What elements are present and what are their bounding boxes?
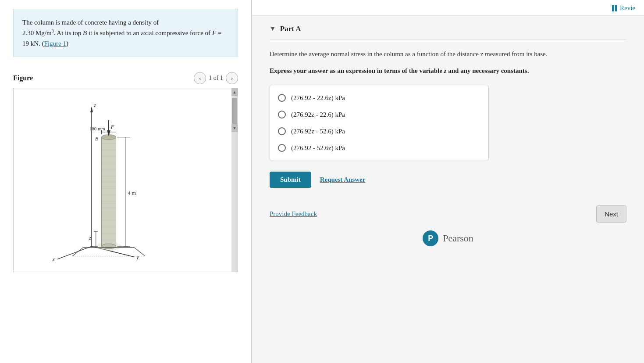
pearson-logo: P — [423, 230, 438, 246]
svg-rect-8 — [101, 137, 116, 247]
instruction-bold: Express your answer as an expression in … — [270, 67, 529, 74]
part-collapse-icon[interactable]: ▼ — [270, 25, 276, 32]
svg-text:y: y — [135, 254, 139, 260]
svg-text:4 m: 4 m — [128, 190, 135, 196]
svg-text:F: F — [110, 124, 114, 130]
svg-text:B: B — [95, 136, 98, 142]
svg-line-46 — [134, 248, 145, 256]
review-label: Revie — [620, 4, 635, 12]
choice-a[interactable]: (276.92 - 22.6z) kPa — [270, 90, 488, 106]
choice-d-label: (276.92 - 52.6z) kPa — [291, 144, 345, 152]
figure-section: Figure ‹ 1 of 1 › x y — [13, 72, 238, 272]
svg-text:x: x — [52, 256, 55, 262]
choice-a-label: (276.92 - 22.6z) kPa — [291, 94, 345, 102]
choice-c[interactable]: (276.92z - 52.6) kPa — [270, 123, 488, 140]
scrollbar-thumb[interactable] — [232, 98, 237, 124]
submit-button[interactable]: Submit — [270, 172, 311, 188]
figure-image-container: x y z — [13, 88, 238, 272]
part-title: Part A — [280, 25, 301, 33]
radio-d[interactable] — [278, 144, 286, 152]
figure-title: Figure — [13, 74, 33, 82]
content-area: ▼ Part A Determine the average normal st… — [252, 16, 644, 363]
next-button[interactable]: Next — [596, 205, 626, 223]
problem-box: The column is made of concrete having a … — [13, 9, 238, 57]
answer-choices: (276.92 - 22.6z) kPa (276.92z - 22.6) kP… — [270, 85, 489, 161]
svg-line-45 — [72, 248, 83, 256]
svg-text:z: z — [93, 102, 96, 108]
radio-c[interactable] — [278, 127, 286, 135]
svg-text:180 mm: 180 mm — [89, 126, 105, 131]
right-panel: Revie ▼ Part A Determine the average nor… — [252, 0, 644, 363]
figure-svg: x y z — [32, 94, 220, 266]
svg-text:z: z — [89, 236, 91, 241]
pearson-footer: P Pearson — [270, 223, 626, 251]
figure-scrollbar[interactable]: ▲ ▼ — [231, 88, 238, 272]
radio-a[interactable] — [278, 94, 286, 102]
svg-marker-6 — [90, 106, 93, 112]
choice-b[interactable]: (276.92z - 22.6) kPa — [270, 106, 488, 123]
question-instruction: Express your answer as an expression in … — [270, 65, 626, 76]
provide-feedback-link[interactable]: Provide Feedback — [270, 210, 317, 218]
request-answer-link[interactable]: Request Answer — [320, 176, 366, 183]
instruction-var: z — [444, 67, 447, 74]
figure-header: Figure ‹ 1 of 1 › — [13, 72, 238, 84]
review-icon — [612, 5, 617, 11]
choice-d[interactable]: (276.92 - 52.6z) kPa — [270, 140, 488, 156]
pearson-name: Pearson — [443, 233, 473, 244]
figure1-link[interactable]: Figure 1 — [44, 40, 66, 47]
choice-b-label: (276.92z - 22.6) kPa — [291, 111, 345, 119]
svg-line-0 — [57, 246, 92, 259]
question-text: Determine the average normal stress in t… — [270, 49, 626, 59]
actions-row: Submit Request Answer — [270, 172, 626, 188]
feedback-row: Provide Feedback Next — [270, 205, 626, 223]
problem-text-1: The column is made of concrete having a … — [22, 19, 159, 26]
top-bar: Revie — [252, 0, 644, 16]
scrollbar-down-button[interactable]: ▼ — [231, 124, 238, 132]
figure-next-button[interactable]: › — [226, 72, 238, 84]
part-header: ▼ Part A — [270, 25, 626, 40]
review-button[interactable]: Revie — [612, 4, 635, 12]
radio-b[interactable] — [278, 111, 286, 119]
figure-count: 1 of 1 — [209, 75, 223, 82]
figure-prev-button[interactable]: ‹ — [194, 72, 206, 84]
left-panel: The column is made of concrete having a … — [0, 0, 252, 363]
choice-c-label: (276.92z - 52.6) kPa — [291, 128, 345, 135]
svg-point-26 — [101, 244, 116, 249]
scrollbar-up-button[interactable]: ▲ — [231, 88, 238, 96]
figure-nav: ‹ 1 of 1 › — [194, 72, 238, 84]
